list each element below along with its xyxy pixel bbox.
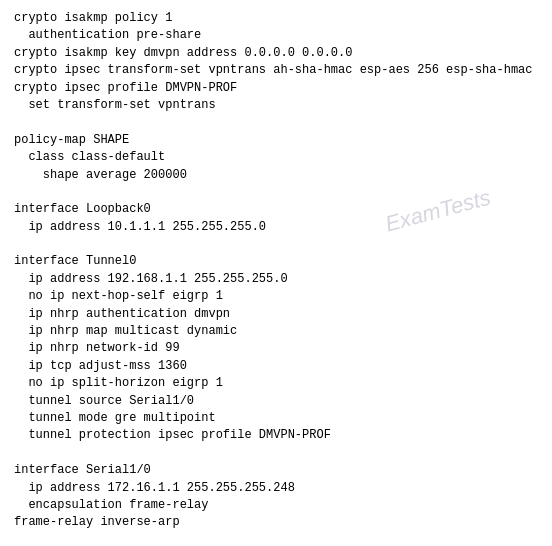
- code-container: crypto isakmp policy 1 authentication pr…: [0, 0, 552, 546]
- code-block: crypto isakmp policy 1 authentication pr…: [14, 10, 538, 546]
